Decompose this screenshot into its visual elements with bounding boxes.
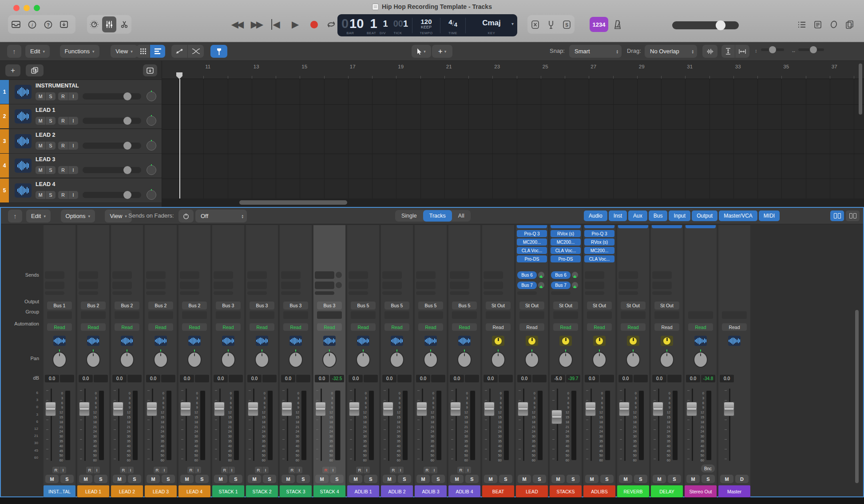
level-display[interactable]: 0.0 — [652, 375, 666, 382]
send-slot-empty[interactable] — [79, 271, 98, 279]
library-icon[interactable] — [8, 16, 24, 33]
output-slot[interactable]: Bus 5 — [351, 302, 376, 310]
automation-button[interactable]: Read — [182, 323, 207, 331]
pan-knob[interactable] — [660, 352, 674, 368]
send-slot[interactable]: Bus 7 — [517, 282, 537, 289]
track-header-row[interactable]: 4LEAD 3MSRI — [0, 154, 162, 178]
fader-handle[interactable] — [484, 402, 495, 416]
channel-name[interactable]: ADLIB 1 — [347, 485, 379, 497]
arrange-area[interactable] — [162, 79, 864, 198]
send-slot-empty[interactable] — [180, 282, 199, 289]
channel-name[interactable]: STACK 2 — [246, 485, 278, 497]
hide-mixer-toolbar-button[interactable]: ↑ — [8, 210, 22, 222]
channel-strip[interactable]: St OutRead0.003691215182124303540455060M… — [617, 225, 649, 497]
automation-button[interactable]: Read — [553, 323, 578, 331]
master-volume-slider[interactable] — [672, 21, 739, 29]
send-slot-empty[interactable] — [652, 271, 672, 279]
horizontal-auto-zoom-icon[interactable] — [735, 45, 749, 58]
solo-button[interactable]: S — [297, 475, 310, 483]
automation-icon[interactable] — [171, 45, 187, 58]
channel-name[interactable]: LEAD — [516, 485, 548, 497]
level-display[interactable]: 0.0 — [79, 375, 93, 382]
editors-scissors-icon[interactable] — [117, 16, 131, 33]
vertical-auto-zoom-icon[interactable] — [721, 45, 735, 58]
level-display[interactable]: 0.0 — [247, 375, 262, 382]
track-volume-knob[interactable] — [123, 117, 131, 125]
output-slot[interactable]: Bus 2 — [115, 302, 139, 310]
automation-button[interactable]: Read — [519, 323, 544, 331]
output-slot[interactable]: Bus 3 — [216, 302, 241, 310]
channel-name[interactable]: STACKS — [550, 485, 582, 497]
sends-on-faders-select[interactable]: Off ▴▾ — [195, 210, 247, 222]
track-pan-knob[interactable] — [147, 91, 156, 101]
record-enable-button[interactable]: R — [457, 467, 464, 473]
group-slot[interactable] — [688, 311, 713, 319]
track-header-row[interactable]: 2LEAD 1MSRI — [0, 104, 162, 129]
solo-button[interactable]: S — [398, 475, 411, 483]
solo-button[interactable]: S — [46, 166, 55, 174]
tuner-icon[interactable] — [543, 16, 559, 33]
level-display[interactable]: 0.0 — [484, 375, 498, 382]
menu-options[interactable]: Options▾ — [61, 210, 95, 222]
fader-track[interactable] — [658, 389, 659, 461]
mute-button[interactable]: M — [653, 475, 666, 483]
fader-handle[interactable] — [248, 402, 258, 416]
fader-handle[interactable] — [585, 402, 596, 416]
automation-button[interactable]: Read — [621, 323, 646, 331]
fader-handle[interactable] — [147, 402, 157, 416]
pan-knob[interactable] — [390, 352, 404, 368]
input-monitor-button[interactable]: I — [229, 467, 235, 473]
list-view-icon[interactable] — [150, 45, 165, 58]
output-slot[interactable]: St Out — [654, 302, 679, 310]
tab-tracks[interactable]: Tracks — [423, 210, 452, 222]
fader-handle[interactable] — [724, 402, 734, 416]
automation-button[interactable]: Read — [384, 323, 409, 331]
mute-button[interactable]: M — [450, 475, 464, 483]
fader-handle[interactable] — [416, 402, 427, 416]
fader-track[interactable] — [321, 389, 322, 461]
automation-button[interactable]: Read — [587, 323, 612, 331]
horizontal-scroll-area[interactable] — [162, 198, 864, 207]
plugin-slot[interactable]: RVox (s) — [551, 230, 581, 237]
fader-handle[interactable] — [113, 402, 123, 416]
fader-handle[interactable] — [180, 402, 191, 416]
channel-name[interactable]: STACK 3 — [280, 485, 312, 497]
plugin-slot-clipped[interactable] — [618, 225, 648, 228]
output-slot[interactable]: Bus 2 — [81, 302, 106, 310]
send-slot-empty[interactable] — [112, 271, 132, 279]
group-slot[interactable] — [384, 311, 409, 319]
record-enable-button[interactable]: R — [390, 467, 397, 473]
channel-strip[interactable]: Bus 1Read0.003691215182124303540455060RI… — [44, 225, 75, 497]
metronome-icon[interactable] — [610, 16, 625, 33]
solo-button[interactable]: S — [465, 475, 479, 483]
pan-knob[interactable] — [525, 352, 539, 368]
record-enable-button[interactable]: R — [187, 467, 194, 473]
plugin-slot[interactable]: MC200... — [584, 247, 614, 254]
send-slot-empty[interactable] — [585, 282, 604, 289]
channel-strip[interactable]: Bus 3Read0.003691215182124303540455060RI… — [212, 225, 244, 497]
send-slot-empty[interactable] — [79, 282, 98, 289]
record-enable-button[interactable]: R — [120, 467, 127, 473]
solo-button[interactable]: S — [162, 475, 175, 483]
plugin-slot-clipped[interactable] — [517, 225, 547, 228]
level-display[interactable]: 0.0 — [450, 375, 464, 382]
input-monitor-button[interactable]: I — [195, 467, 201, 473]
pointer-tool-button[interactable]: ▾ — [412, 45, 431, 58]
fader-handle[interactable] — [619, 402, 630, 416]
automation-button[interactable]: Read — [148, 323, 173, 331]
solo-button[interactable]: S — [600, 475, 614, 483]
level-display[interactable]: 0.0 — [281, 375, 295, 382]
fader-track[interactable] — [118, 389, 119, 461]
input-monitor-button[interactable]: I — [364, 467, 370, 473]
pan-knob[interactable] — [559, 352, 573, 368]
level-display[interactable]: 0.0 — [517, 375, 531, 382]
channel-name[interactable]: LEAD 3 — [145, 485, 177, 497]
fader-track[interactable] — [219, 389, 221, 461]
catch-playhead-icon[interactable] — [210, 45, 227, 58]
info-icon[interactable]: i — [24, 16, 40, 33]
mute-button[interactable]: M — [180, 475, 194, 483]
automation-button[interactable]: Read — [216, 323, 241, 331]
list-editors-icon[interactable] — [794, 16, 810, 33]
fader-track[interactable] — [692, 389, 693, 461]
group-slot[interactable] — [81, 311, 106, 319]
